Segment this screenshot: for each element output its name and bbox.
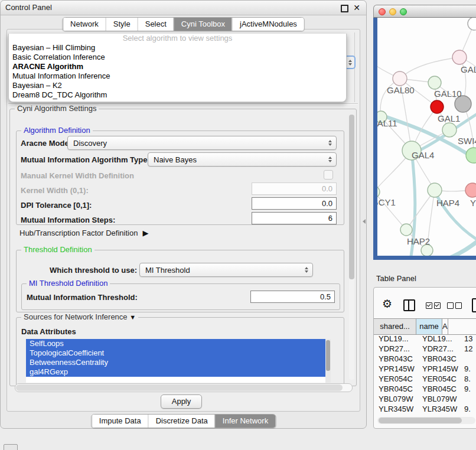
tab-label: Select [145, 18, 167, 31]
document-icon[interactable] [472, 298, 476, 312]
node-gal-partial[interactable] [452, 50, 467, 64]
mi-type-select[interactable]: Naive Bayes [148, 152, 337, 167]
table-panel-title: Table Panel [376, 274, 416, 283]
tab[interactable]: Impute Data [92, 415, 148, 428]
columns-icon[interactable] [403, 299, 415, 311]
attr-list-scrollbar-thumb[interactable] [326, 340, 330, 371]
tab[interactable]: Network [63, 18, 106, 31]
attribute-item[interactable]: gal4RGexp [26, 367, 331, 377]
attribute-item[interactable]: TopologicalCoefficient [26, 348, 331, 358]
node-hap4[interactable] [428, 183, 442, 197]
node-gal80[interactable] [393, 71, 407, 86]
node-swi4[interactable] [466, 148, 476, 163]
dropdown-item[interactable]: Dream8 DC_TDC Algorithm [9, 90, 346, 100]
network-canvas[interactable]: GAL GAL80 GAL10 GAL11 GAL1 SWI4 GAL4 GCY… [377, 18, 476, 256]
table-horizontal-scrollbar[interactable] [377, 417, 475, 424]
mi-threshold-field[interactable] [250, 291, 335, 303]
minimize-traffic-light-icon[interactable] [389, 8, 396, 15]
apply-button[interactable]: Apply [161, 394, 202, 409]
settings-vertical-scrollbar[interactable] [349, 114, 354, 380]
cell-name: YBR045C [422, 384, 461, 394]
data-attributes-list[interactable]: SelfLoops TopologicalCoefficient Between… [26, 339, 331, 383]
algorithm-definition-group: Algorithm Definition Aracne Mode: Discov… [16, 131, 344, 225]
table-row[interactable]: YIL052C YIL052C 9 [374, 414, 476, 415]
table-row[interactable]: YLR345W YLR345W 9. [374, 404, 476, 414]
tab[interactable]: Discretize Data [148, 415, 215, 428]
dropdown-item[interactable]: Basic Correlation Inference [9, 53, 346, 62]
mi-type-value: Naive Bayes [154, 155, 197, 164]
label-swi4: SWI4 [458, 136, 476, 146]
collapse-arrow-icon[interactable]: ▼ [129, 314, 136, 321]
aracne-mode-select[interactable]: Discovery [67, 136, 337, 150]
column-header[interactable]: shared... [374, 319, 416, 334]
cell-shared-name: YPR145W [379, 364, 418, 374]
scrollbar-thumb[interactable] [349, 115, 354, 279]
cell-name: YDR27... [422, 344, 461, 354]
hub-definition-toggle[interactable]: Hub/Transcription Factor Definition ▶ [19, 229, 148, 237]
tab[interactable]: Cyni Toolbox [174, 18, 232, 31]
which-threshold-select[interactable]: MI Threshold [139, 263, 313, 277]
node-gal1[interactable] [442, 123, 457, 137]
dropdown-item[interactable]: Bayesian – K2 [9, 81, 346, 90]
cell-name: YIL052C [422, 414, 461, 415]
node-partial-top[interactable] [468, 18, 476, 30]
table-row[interactable]: YBR045C YBR045C 9. [374, 384, 476, 394]
tab[interactable]: Style [106, 18, 138, 31]
column-header[interactable]: A [442, 319, 448, 334]
close-icon[interactable]: ✕ [353, 1, 360, 15]
aracne-mode-value: Discovery [73, 139, 107, 148]
table-row[interactable]: YBL079W YBL079W [374, 394, 476, 404]
scrollbar-thumb[interactable] [379, 418, 462, 423]
cell-shared-name: YBR045C [379, 384, 418, 394]
gear-icon[interactable]: ⚙ [382, 298, 392, 310]
teal-edges [377, 110, 476, 256]
zoom-traffic-light-icon[interactable] [400, 8, 407, 15]
bottom-tabs: Impute Data Discretize Data Infer Networ… [91, 414, 276, 428]
float-window-icon[interactable] [341, 5, 348, 12]
table-row[interactable]: YBR043C YBR043C [374, 354, 476, 364]
cell-shared-name: YDR27... [379, 344, 418, 354]
manual-kernel-checkbox[interactable] [324, 170, 333, 180]
cell-shared-name: YIL052C [379, 414, 418, 415]
cell-value: 9. [464, 364, 476, 374]
dropdown-item-label: Basic Correlation Inference [12, 53, 105, 61]
label-gal11: GAL11 [377, 118, 397, 128]
table-row[interactable]: YDR27... YDR27... 12 [374, 344, 476, 354]
dropdown-item[interactable]: Bayesian – Hill Climbing [9, 43, 346, 53]
mi-steps-field[interactable] [252, 212, 337, 224]
kernel-width-field[interactable] [252, 182, 337, 195]
cell-name: YDL19... [422, 334, 461, 344]
cell-shared-name: YLR345W [379, 404, 418, 414]
network-frame: GAL GAL80 GAL10 GAL11 GAL1 SWI4 GAL4 GCY… [373, 18, 476, 260]
dropdown-item[interactable]: ARACNE Algorithm [9, 62, 346, 71]
attribute-item[interactable]: SelfLoops [26, 339, 331, 348]
column-header[interactable]: name [416, 319, 442, 334]
table-row[interactable]: YPR145W YPR145W 9. [374, 364, 476, 374]
tab[interactable]: Infer Network [215, 415, 275, 428]
deselect-all-checks-icon[interactable] [447, 302, 462, 309]
node-salmon[interactable] [465, 183, 476, 197]
table-row[interactable]: YER054C YER054C 8. [374, 374, 476, 384]
node-hap2[interactable] [400, 224, 412, 236]
splitter-collapse-icon[interactable] [363, 219, 366, 224]
node-gal10[interactable] [428, 76, 441, 89]
dropdown-item[interactable]: Mutual Information Inference [9, 71, 346, 81]
node-gcy1[interactable] [377, 186, 380, 198]
attribute-item[interactable]: BetweennessCentrality [26, 358, 331, 367]
label-gal1: GAL1 [438, 113, 460, 123]
tab[interactable]: Select [138, 18, 174, 31]
label-gal4: GAL4 [412, 150, 434, 160]
node-red[interactable] [431, 100, 444, 113]
dropdown-item-label: Mutual Information Inference [12, 71, 110, 80]
scrollbar-thumb[interactable] [16, 384, 343, 391]
dpi-tolerance-field[interactable] [252, 197, 337, 210]
cell-name: YPR145W [422, 364, 461, 374]
close-traffic-light-icon[interactable] [379, 8, 386, 15]
kernel-width-label: Kernel Width (0,1): [21, 186, 89, 195]
select-all-checks-icon[interactable] [426, 302, 441, 309]
tab[interactable]: jActiveMNodules [232, 18, 304, 31]
collapsed-panel-button[interactable] [4, 444, 18, 450]
settings-horizontal-scrollbar[interactable] [15, 383, 353, 392]
tab-label: Network [70, 18, 99, 31]
table-row[interactable]: YDL19... YDL19... 13 [374, 334, 476, 344]
